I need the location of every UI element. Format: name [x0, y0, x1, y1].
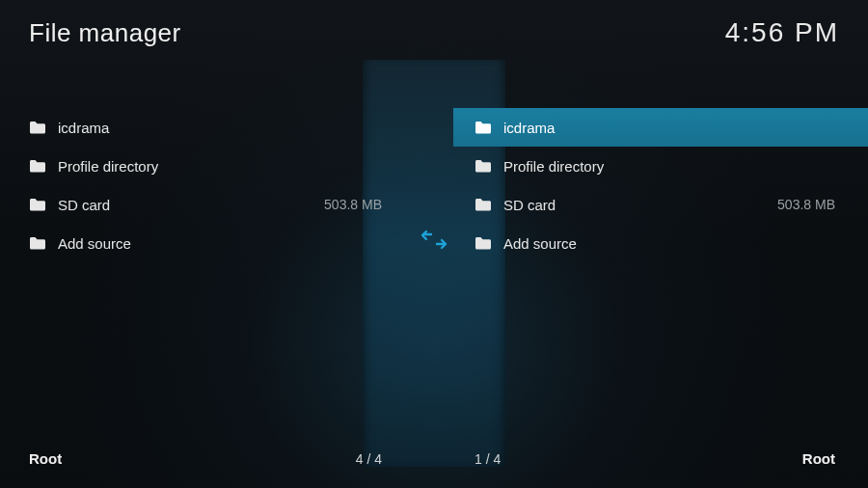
right-footer: 1 / 4 Root [453, 450, 868, 467]
list-item[interactable]: Add source [453, 224, 868, 262]
list-item[interactable]: SD card 503.8 MB [0, 185, 415, 224]
left-item-count: 4 / 4 [356, 451, 382, 467]
left-file-list: icdrama Profile directory SD card 503.8 … [0, 108, 415, 262]
folder-icon [29, 121, 46, 134]
item-meta: 503.8 MB [777, 197, 835, 212]
folder-icon [29, 236, 46, 250]
item-label: Add source [503, 235, 824, 252]
folder-icon [29, 159, 46, 173]
swap-arrows-icon[interactable] [418, 229, 450, 250]
item-meta: 503.8 MB [324, 197, 382, 212]
list-item[interactable]: Add source [0, 224, 415, 262]
folder-icon [475, 236, 492, 250]
list-item[interactable]: Profile directory [0, 147, 415, 185]
item-label: Profile directory [58, 158, 370, 175]
right-path-label: Root [802, 450, 835, 467]
file-manager-app: File manager 4:56 PM icdrama Profile dir… [0, 0, 868, 488]
folder-icon [475, 159, 492, 173]
list-item[interactable]: icdrama [453, 108, 868, 147]
folder-icon [475, 198, 492, 211]
item-label: icdrama [58, 120, 370, 136]
clock: 4:56 PM [725, 17, 839, 48]
folder-icon [29, 198, 46, 211]
item-label: icdrama [503, 120, 824, 136]
list-item[interactable]: Profile directory [453, 147, 868, 185]
right-file-list: icdrama Profile directory SD card 503.8 … [453, 108, 868, 262]
item-label: SD card [503, 197, 766, 213]
list-item[interactable]: icdrama [0, 108, 415, 147]
header: File manager 4:56 PM [29, 17, 839, 48]
left-pane: icdrama Profile directory SD card 503.8 … [0, 108, 415, 262]
page-title: File manager [29, 18, 181, 48]
folder-icon [475, 121, 492, 134]
item-label: SD card [58, 197, 312, 213]
list-item[interactable]: SD card 503.8 MB [453, 185, 868, 224]
item-label: Profile directory [503, 158, 824, 175]
right-pane: icdrama Profile directory SD card 503.8 … [453, 108, 868, 262]
item-label: Add source [58, 235, 370, 252]
left-footer: Root 4 / 4 [0, 450, 415, 467]
left-path-label: Root [29, 450, 62, 467]
right-item-count: 1 / 4 [475, 451, 501, 467]
